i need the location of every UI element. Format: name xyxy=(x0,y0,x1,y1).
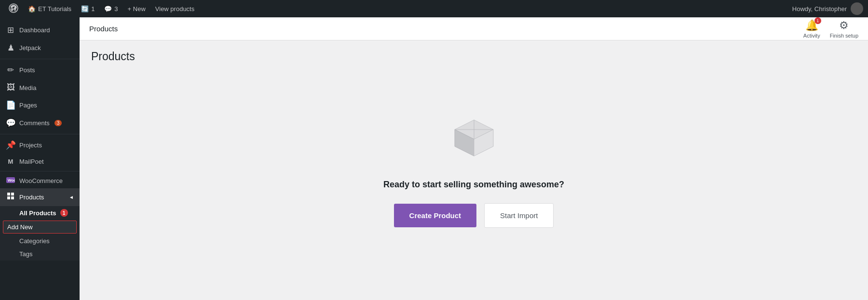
comments-count: 3 xyxy=(114,5,118,13)
comments-link[interactable]: 💬 3 xyxy=(100,0,122,17)
sidebar-divider-3 xyxy=(0,171,80,171)
projects-icon: 📌 xyxy=(6,140,15,150)
sidebar-label-media: Media xyxy=(19,84,36,91)
new-link[interactable]: + New xyxy=(124,0,149,17)
main-content: Products Ready to start selling som xyxy=(80,40,868,300)
updates-icon: 🔄 xyxy=(81,5,89,13)
media-icon: 🖼 xyxy=(6,83,15,92)
sidebar-label-woocommerce: WooCommerce xyxy=(19,177,63,184)
new-label: + New xyxy=(128,5,146,13)
submenu-categories[interactable]: Categories xyxy=(0,235,80,248)
mailpoet-icon: M xyxy=(6,158,15,165)
user-greeting-text: Howdy, Christopher xyxy=(792,5,847,13)
sidebar-label-pages: Pages xyxy=(19,102,37,109)
sidebar-label-jetpack: Jetpack xyxy=(19,44,41,52)
updates-link[interactable]: 🔄 1 xyxy=(77,0,98,17)
sidebar-item-pages[interactable]: 📄 Pages xyxy=(0,96,80,114)
settings-icon: ⚙ xyxy=(839,19,849,32)
admin-bar: 🏠 ET Tutorials 🔄 1 💬 3 + New View produc… xyxy=(0,0,868,17)
view-products-link[interactable]: View products xyxy=(151,0,198,17)
activity-label: Activity xyxy=(803,33,820,39)
sidebar-label-products: Products xyxy=(19,194,44,201)
svg-text:Woo: Woo xyxy=(8,178,15,183)
wp-logo[interactable] xyxy=(5,0,22,17)
activity-icon-wrapper: 🔔 1 xyxy=(805,19,818,32)
submenu-tags[interactable]: Tags xyxy=(0,248,80,261)
dashboard-icon: ⊞ xyxy=(6,25,15,35)
finish-setup-label: Finish setup xyxy=(830,33,858,39)
sidebar-item-dashboard[interactable]: ⊞ Dashboard xyxy=(0,21,80,39)
finish-setup-action[interactable]: ⚙ Finish setup xyxy=(830,19,858,39)
header-right-actions: 🔔 1 Activity ⚙ Finish setup xyxy=(803,19,858,39)
site-name-label: ET Tutorials xyxy=(38,5,71,13)
empty-state-tagline: Ready to start selling something awesome… xyxy=(383,180,564,190)
start-import-button[interactable]: Start Import xyxy=(484,203,554,228)
updates-count: 1 xyxy=(91,5,95,13)
tags-label: Tags xyxy=(19,250,32,258)
empty-state-actions: Create Product Start Import xyxy=(394,203,554,228)
woocommerce-icon: Woo xyxy=(6,177,15,184)
main-layout: ⊞ Dashboard ♟ Jetpack ✏ Posts 🖼 Media 📄 … xyxy=(0,17,868,300)
sidebar-item-projects[interactable]: 📌 Projects xyxy=(0,136,80,154)
sidebar-item-products[interactable]: Products ◄ xyxy=(0,188,80,206)
box-icon xyxy=(445,110,503,168)
sidebar-item-comments[interactable]: 💬 Comments 3 xyxy=(0,114,80,132)
sidebar: ⊞ Dashboard ♟ Jetpack ✏ Posts 🖼 Media 📄 … xyxy=(0,17,80,300)
content-header: Products 🔔 1 Activity ⚙ Finish setup xyxy=(80,17,868,40)
home-icon: 🏠 xyxy=(28,5,36,13)
svg-rect-3 xyxy=(7,193,10,196)
add-new-label: Add New xyxy=(7,223,33,231)
wp-icon xyxy=(9,3,18,14)
user-avatar[interactable] xyxy=(851,2,863,15)
sidebar-item-posts[interactable]: ✏ Posts xyxy=(0,61,80,79)
sidebar-item-jetpack[interactable]: ♟ Jetpack xyxy=(0,39,80,57)
sidebar-label-comments: Comments xyxy=(19,119,50,127)
products-submenu: All Products 1 Add New Categories Tags xyxy=(0,206,80,261)
comments-sidebar-icon: 💬 xyxy=(6,118,15,128)
submenu-all-products[interactable]: All Products 1 xyxy=(0,206,80,220)
posts-icon: ✏ xyxy=(6,65,15,75)
content-header-title: Products xyxy=(89,25,118,33)
comments-badge: 3 xyxy=(54,120,62,126)
activity-action[interactable]: 🔔 1 Activity xyxy=(803,19,820,39)
create-product-button[interactable]: Create Product xyxy=(394,204,477,227)
view-products-label: View products xyxy=(155,5,194,13)
all-products-badge: 1 xyxy=(60,209,68,217)
categories-label: Categories xyxy=(19,237,50,245)
svg-rect-5 xyxy=(7,196,10,199)
sidebar-item-woocommerce[interactable]: Woo WooCommerce xyxy=(0,173,80,188)
sidebar-label-posts: Posts xyxy=(19,66,35,74)
empty-state: Ready to start selling something awesome… xyxy=(91,73,856,265)
all-products-label: All Products xyxy=(19,209,56,217)
products-icon xyxy=(6,192,15,202)
sidebar-label-mailpoet: MailPoet xyxy=(19,158,44,165)
svg-rect-6 xyxy=(11,196,14,199)
sidebar-item-media[interactable]: 🖼 Media xyxy=(0,79,80,96)
jetpack-icon: ♟ xyxy=(6,43,15,53)
sidebar-label-projects: Projects xyxy=(19,142,42,149)
submenu-add-new[interactable]: Add New xyxy=(3,221,77,234)
sidebar-label-dashboard: Dashboard xyxy=(19,26,50,34)
products-arrow: ◄ xyxy=(69,195,74,200)
content-area: Products 🔔 1 Activity ⚙ Finish setup Pro… xyxy=(80,17,868,300)
comments-icon: 💬 xyxy=(104,5,112,13)
sidebar-divider-1 xyxy=(0,59,80,59)
sidebar-divider-2 xyxy=(0,134,80,134)
site-name[interactable]: 🏠 ET Tutorials xyxy=(24,0,75,17)
sidebar-item-mailpoet[interactable]: M MailPoet xyxy=(0,154,80,169)
pages-icon: 📄 xyxy=(6,100,15,110)
page-title: Products xyxy=(91,50,856,63)
svg-rect-4 xyxy=(11,193,14,196)
user-greeting: Howdy, Christopher xyxy=(792,2,863,15)
activity-badge: 1 xyxy=(814,17,821,24)
